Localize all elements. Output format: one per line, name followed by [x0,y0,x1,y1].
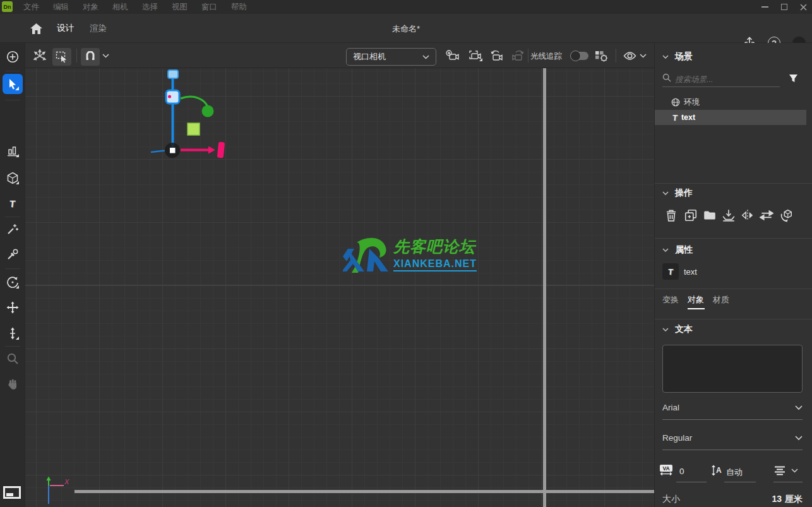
font-style-value: Regular [662,433,795,443]
globe-icon [671,98,680,107]
tab-material[interactable]: 材质 [713,294,729,306]
camera-select-value: 视口相机 [353,51,422,63]
viewport-canvas[interactable]: 先客吧论坛 XIANKEBA.NET X [25,68,654,507]
columns-icon [6,145,19,157]
pan-tool-button[interactable] [3,297,23,318]
actions-section-header[interactable]: 操作 [662,188,693,199]
camera-select[interactable]: 视口相机 [346,48,436,66]
menu-camera[interactable]: 相机 [105,0,135,14]
maximize-icon[interactable] [781,4,787,10]
filter-icon[interactable] [789,74,798,83]
chevron-down-icon [662,55,669,59]
eyedropper-icon [6,248,19,261]
watermark-logo-icon [343,234,390,274]
menu-object[interactable]: 对象 [76,0,105,14]
menu-window[interactable]: 窗口 [194,0,224,14]
close-icon[interactable] [800,4,807,11]
scene-search-input[interactable]: 搜索场景... [675,75,713,85]
tracking-input[interactable]: 0 [679,467,684,476]
undo-camera-move-button[interactable] [489,49,505,62]
camera-bookmarks-button[interactable] [468,49,483,62]
camera-add-icon [446,50,460,61]
scene-item-environment[interactable]: 环境 [655,95,806,110]
menu-file[interactable]: 文件 [16,0,46,14]
dolly-tool-button[interactable] [3,323,23,343]
size-value[interactable]: 13 [772,494,782,505]
font-family-select[interactable]: Arial [662,403,803,412]
rotate-object-icon[interactable] [779,208,793,222]
gizmo-rotate-handle [202,105,214,117]
3d-shape-tool-button[interactable] [3,168,23,188]
scene-title: 场景 [675,51,693,63]
font-style-select[interactable]: Regular [662,433,803,443]
scene-item-text[interactable]: T text [655,110,806,125]
gizmo-scale-handle [188,123,200,135]
redo-camera-move-button[interactable] [510,49,525,62]
position-tool-button[interactable] [3,141,23,161]
add-icon [6,51,19,63]
ground-plane-icon [3,486,21,499]
leading-icon: A [711,465,722,476]
drop-to-ground-icon[interactable] [722,208,736,222]
grid-major-line [25,285,654,285]
ground-plane-edge-line [75,490,654,493]
menu-view[interactable]: 视图 [165,0,194,14]
tab-transform[interactable]: 变换 [662,294,679,306]
tab-object[interactable]: 对象 [688,294,704,306]
gizmo-top-handle [168,70,178,78]
snap-button[interactable] [81,48,100,66]
hand-tool-button[interactable] [3,374,23,394]
leading-input[interactable]: 自动 [726,467,743,478]
os-menu-bar: Dn 文件 编辑 对象 相机 选择 视图 窗口 帮助 [0,0,812,14]
text-align-icon[interactable] [774,466,785,475]
text-tool-button[interactable]: T [3,193,23,213]
magic-wand-tool-button[interactable] [3,219,23,239]
add-camera-bookmark-button[interactable] [445,49,460,62]
orbit-icon [6,276,19,289]
render-quality-button[interactable] [593,49,609,63]
delete-icon[interactable] [664,208,678,222]
mirror-icon[interactable] [741,208,755,222]
raytrace-toggle[interactable] [571,52,588,60]
text-section-header[interactable]: 文本 [662,324,693,335]
zoom-tool-button[interactable] [3,349,23,369]
cube-icon [6,172,19,184]
origin-y-axis-arrow [47,477,51,481]
pan-arrows-icon [6,301,19,314]
add-content-button[interactable] [3,47,23,67]
snap-chevron-icon[interactable] [102,54,109,58]
properties-section-header[interactable]: 属性 [662,244,693,256]
adobe-dimension-window: { "window": { "logo_text": "Dn", "menu_i… [0,0,812,507]
ground-plane-button[interactable] [3,485,22,499]
group-folder-icon[interactable] [703,208,717,222]
viewport-toolbar: 视口相机 光线追踪 [25,43,654,68]
right-panel: 场景 搜索场景... 环境 T text 操作 属性 T text 变换 对象 … [654,43,812,507]
gizmo-mode-button[interactable] [32,49,47,63]
menu-help[interactable]: 帮助 [224,0,254,14]
duplicate-icon[interactable] [684,208,698,222]
transform-gizmo[interactable] [25,68,654,507]
tracking-icon: VA [660,465,675,476]
object-name: text [684,267,697,277]
view-options-chevron-icon[interactable] [640,54,647,58]
world-axis-vertical-line [543,68,546,507]
select-tool-button[interactable] [3,74,23,94]
text-content-input[interactable] [662,345,803,393]
orbit-tool-button[interactable] [3,272,23,292]
menu-select[interactable]: 选择 [135,0,165,14]
window-controls [761,0,807,14]
chevron-down-icon [662,191,669,195]
sampler-tool-button[interactable] [3,244,23,265]
view-visibility-button[interactable] [623,50,636,61]
scene-section-header[interactable]: 场景 [662,51,693,63]
swap-icon[interactable] [760,208,773,222]
marquee-select-button[interactable] [52,48,71,66]
align-options-chevron-icon[interactable] [791,468,798,473]
gizmo-origin [165,143,180,158]
menu-edit[interactable]: 编辑 [46,0,76,14]
gizmo-rotate-arc [181,97,208,107]
gizmo-x-handle [217,142,225,158]
minimize-icon[interactable] [761,6,768,8]
active-tab-underline [688,308,705,309]
magnifier-icon [6,352,19,365]
